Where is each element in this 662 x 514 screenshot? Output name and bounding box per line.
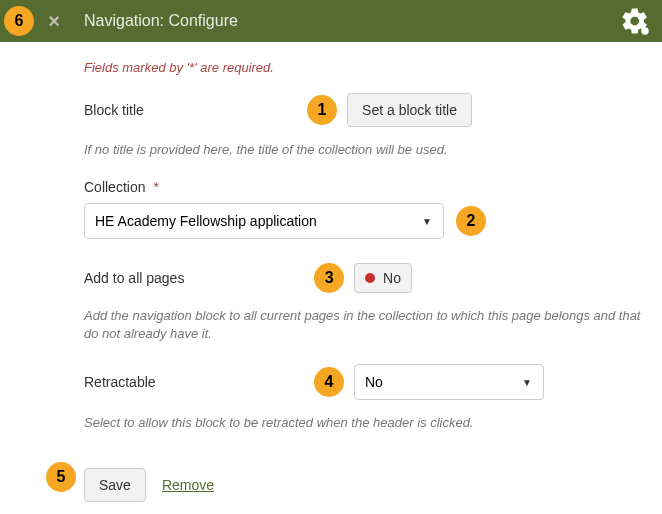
retractable-help: Select to allow this block to be retract… <box>84 414 644 432</box>
close-button-wrap: × <box>36 0 72 42</box>
annotation-marker-6: 6 <box>4 6 34 36</box>
collection-select[interactable]: HE Academy Fellowship application <box>84 203 444 239</box>
block-title-label: Block title <box>84 102 144 118</box>
annotation-marker-3: 3 <box>314 263 344 293</box>
collection-label: Collection <box>84 179 145 195</box>
add-all-toggle[interactable]: No <box>354 263 412 293</box>
dialog-body: Fields marked by '*' are required. Block… <box>0 42 662 456</box>
save-button[interactable]: Save <box>84 468 146 502</box>
annotation-marker-4: 4 <box>314 367 344 397</box>
svg-point-0 <box>641 27 649 35</box>
required-fields-note: Fields marked by '*' are required. <box>84 60 662 75</box>
add-all-help: Add the navigation block to all current … <box>84 307 644 343</box>
retractable-label: Retractable <box>84 374 156 390</box>
settings-gear-icon[interactable] <box>620 6 650 36</box>
set-block-title-button[interactable]: Set a block title <box>347 93 472 127</box>
add-all-toggle-value: No <box>383 270 401 286</box>
annotation-marker-2: 2 <box>456 206 486 236</box>
dialog-footer: 5 Save Remove <box>0 456 662 514</box>
remove-link[interactable]: Remove <box>162 477 214 493</box>
annotation-marker-5: 5 <box>46 462 76 492</box>
retractable-select[interactable]: No <box>354 364 544 400</box>
block-title-help: If no title is provided here, the title … <box>84 141 644 159</box>
add-all-row: Add to all pages 3 No <box>84 263 662 293</box>
collection-row: HE Academy Fellowship application 2 <box>84 203 662 239</box>
dialog-header: 6 × Navigation: Configure <box>0 0 662 42</box>
toggle-off-dot-icon <box>365 273 375 283</box>
close-icon[interactable]: × <box>48 10 60 33</box>
retractable-row: Retractable 4 No <box>84 364 662 400</box>
block-title-row: Block title 1 Set a block title <box>84 93 662 127</box>
add-all-label: Add to all pages <box>84 270 184 286</box>
required-star-icon: * <box>153 179 158 195</box>
annotation-marker-1: 1 <box>307 95 337 125</box>
dialog-title: Navigation: Configure <box>72 12 238 30</box>
